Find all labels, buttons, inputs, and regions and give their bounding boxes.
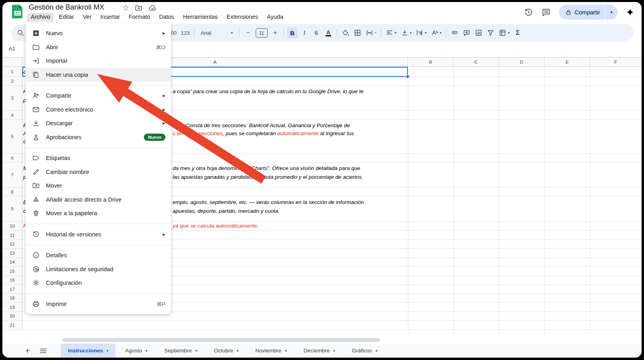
- column-header-f[interactable]: F: [590, 57, 642, 67]
- create-filter-button[interactable]: [485, 27, 496, 38]
- name-box[interactable]: A1: [9, 46, 16, 52]
- vertical-align-button[interactable]: ▾: [400, 27, 413, 38]
- row-header-7[interactable]: 7: [2, 162, 22, 187]
- row-header-5[interactable]: 5: [2, 120, 22, 153]
- row-header-9[interactable]: 9: [2, 196, 22, 221]
- number-format-button[interactable]: 123: [180, 27, 191, 38]
- fill-handle[interactable]: [406, 75, 409, 78]
- comment-icon[interactable]: [541, 8, 551, 17]
- file-menu-item-compartir[interactable]: Compartir▶: [26, 89, 171, 103]
- file-menu-item-mover-a-la-papelera[interactable]: Mover a la papelera: [26, 206, 171, 220]
- version-history-icon[interactable]: [524, 8, 533, 17]
- all-sheets-button[interactable]: [39, 347, 51, 355]
- star-icon[interactable]: ☆: [122, 4, 129, 12]
- file-menu-item-mover[interactable]: Mover: [26, 179, 171, 193]
- file-menu-item-configuracion[interactable]: Configuración: [26, 276, 171, 290]
- insert-comment-button[interactable]: [461, 27, 472, 38]
- menubar-item-formato[interactable]: Formato: [125, 13, 154, 22]
- row-header-21[interactable]: 21: [2, 321, 22, 330]
- row-header-10[interactable]: 10: [2, 222, 22, 230]
- row-header-13[interactable]: 13: [2, 249, 22, 258]
- file-menu-item-limitaciones-de-seguridad[interactable]: Limitaciones de seguridad: [26, 262, 171, 276]
- file-menu-item-abrir[interactable]: Abrir⌘O: [26, 40, 171, 54]
- column-header-c[interactable]: C: [453, 57, 499, 67]
- sheet-tab-graficos[interactable]: Gráficos▾: [345, 344, 385, 358]
- menubar-item-ver[interactable]: Ver: [79, 13, 95, 22]
- strikethrough-button[interactable]: S: [311, 27, 322, 38]
- horizontal-scrollbar[interactable]: [62, 338, 380, 342]
- pivot-table-button[interactable]: ▾: [497, 27, 511, 38]
- bold-button[interactable]: B: [287, 27, 298, 38]
- file-menu-item-importar[interactable]: Importar: [26, 54, 171, 68]
- column-header-b[interactable]: B: [408, 57, 453, 67]
- menubar-item-editar[interactable]: Editar: [55, 13, 78, 22]
- file-menu-item-historial-de-versiones[interactable]: Historial de versiones▶: [26, 228, 171, 242]
- row-header-11[interactable]: 11: [2, 231, 22, 240]
- sheet-tab-septiembre[interactable]: Septiembre▾: [157, 344, 205, 358]
- add-sheet-button[interactable]: +: [22, 346, 34, 356]
- cloud-check-icon[interactable]: [148, 4, 157, 12]
- column-header-e[interactable]: E: [545, 57, 590, 67]
- menubar-item-archivo[interactable]: Archivo: [27, 13, 54, 22]
- sheet-tab-octubre[interactable]: Octubre▾: [207, 344, 246, 358]
- font-family-select[interactable]: Arial ▾: [198, 27, 236, 38]
- merge-cells-button[interactable]: ▾: [364, 27, 378, 38]
- menubar-item-ayuda[interactable]: Ayuda: [263, 13, 287, 22]
- row-header-16[interactable]: 16: [2, 276, 22, 285]
- sheet-row-21[interactable]: 21: [2, 321, 642, 330]
- file-menu-item-imprimir[interactable]: Imprimir⌘P: [26, 297, 171, 311]
- borders-button[interactable]: [352, 27, 363, 38]
- sheet-tab-noviembre[interactable]: Noviembre▾: [248, 344, 294, 358]
- font-size-input[interactable]: 11: [256, 28, 268, 38]
- row-header-18[interactable]: 18: [2, 294, 22, 303]
- menubar-item-insertar[interactable]: Insertar: [97, 13, 123, 22]
- row-header-6[interactable]: 6: [2, 154, 22, 162]
- text-wrap-button[interactable]: ▾: [414, 27, 428, 38]
- file-menu-item-correo-electronico[interactable]: Correo electrónico▶: [26, 103, 171, 117]
- row-header-2[interactable]: 2: [2, 77, 22, 85]
- gemini-sparkle-icon[interactable]: ✦: [626, 7, 634, 18]
- row-header-4[interactable]: 4: [2, 111, 22, 119]
- file-menu-item-hacer-una-copia[interactable]: Hacer una copia: [26, 68, 171, 82]
- share-dropdown-caret[interactable]: ▾: [605, 10, 618, 14]
- increase-font-size-button[interactable]: +: [270, 27, 280, 38]
- search-button[interactable]: [15, 27, 26, 38]
- sheet-tab-instrucciones[interactable]: Instrucciones▾: [61, 344, 115, 358]
- column-header-d[interactable]: D: [499, 57, 545, 67]
- insert-chart-button[interactable]: [473, 27, 484, 38]
- file-menu-item-nuevo[interactable]: Nuevo▶: [26, 26, 171, 40]
- italic-button[interactable]: I: [299, 27, 310, 38]
- sheet-tab-deciembre[interactable]: Deciembre▾: [296, 344, 342, 358]
- select-all-corner[interactable]: [2, 57, 22, 67]
- sheet-tab-agosto[interactable]: Agosto▾: [118, 344, 155, 358]
- row-header-14[interactable]: 14: [2, 258, 22, 267]
- row-header-17[interactable]: 17: [2, 285, 22, 294]
- cell-text-line: ya que se calcula automáticamente.: [173, 223, 258, 229]
- horizontal-align-button[interactable]: ▾: [384, 27, 398, 38]
- row-header-15[interactable]: 15: [2, 267, 22, 276]
- functions-button[interactable]: Σ: [513, 27, 523, 38]
- row-header-3[interactable]: 3: [2, 86, 22, 110]
- row-header-8[interactable]: 8: [2, 188, 22, 196]
- text-color-button[interactable]: A: [326, 30, 331, 36]
- move-folder-icon[interactable]: [135, 4, 143, 12]
- menubar-item-herramientas[interactable]: Herramientas: [179, 13, 221, 22]
- menubar-item-datos[interactable]: Datos: [155, 13, 178, 22]
- share-button[interactable]: Compartir ▾: [559, 5, 618, 20]
- document-title[interactable]: Gestión de Bankroll MX: [29, 3, 104, 12]
- file-menu-item-anadir-acceso-directo-a-drive[interactable]: Añadir acceso directo a Drive: [26, 193, 171, 207]
- file-menu-item-etiquetas[interactable]: Etiquetas: [26, 151, 171, 165]
- row-header-20[interactable]: 20: [2, 312, 22, 321]
- fill-color-button[interactable]: [340, 27, 351, 38]
- row-header-1[interactable]: 1: [2, 67, 22, 76]
- file-menu-item-detalles[interactable]: Detalles: [26, 248, 171, 262]
- file-menu-item-descargar[interactable]: Descargar▶: [26, 116, 171, 130]
- file-menu-item-aprobaciones[interactable]: AprobacionesNuevo: [26, 130, 171, 144]
- menubar-item-extensiones[interactable]: Extensiones: [223, 13, 262, 22]
- decrease-font-size-button[interactable]: −: [243, 27, 253, 38]
- row-header-19[interactable]: 19: [2, 303, 22, 312]
- text-rotation-button[interactable]: ▾: [429, 27, 443, 38]
- insert-link-button[interactable]: [449, 27, 460, 38]
- file-menu-item-cambiar-nombre[interactable]: Cambiar nombre: [26, 165, 171, 179]
- row-header-12[interactable]: 12: [2, 240, 22, 249]
